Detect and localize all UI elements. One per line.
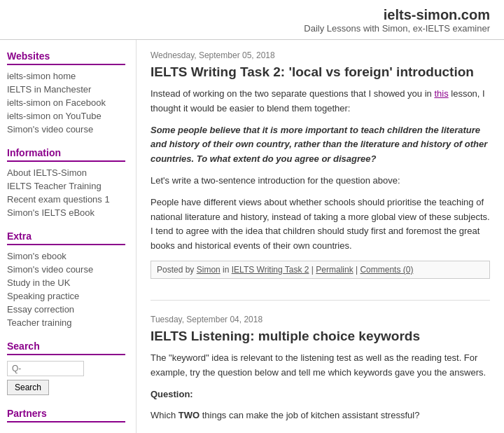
post1-intro-link[interactable]: this bbox=[434, 88, 448, 99]
sidebar-section-extra: Extra Simon's ebook Simon's video course… bbox=[7, 231, 125, 328]
sidebar-section-information: Information About IELTS-Simon IELTS Teac… bbox=[7, 147, 125, 218]
post2-choices: A They have to follow orders immediately… bbox=[150, 430, 490, 433]
sidebar-section-websites: Websites ielts-simon home IELTS in Manch… bbox=[7, 50, 125, 135]
sidebar-link-about[interactable]: About IELTS-Simon bbox=[7, 167, 125, 178]
post1-footer-in: in bbox=[223, 265, 232, 275]
post1-footer-comments[interactable]: Comments (0) bbox=[360, 265, 413, 275]
sidebar-link-youtube[interactable]: ielts-simon on YouTube bbox=[7, 111, 125, 121]
search-input[interactable] bbox=[7, 361, 84, 376]
sidebar-link-essay-correction[interactable]: Essay correction bbox=[7, 304, 125, 315]
post1-footer-author[interactable]: Simon bbox=[197, 265, 220, 275]
post1-footer-posted: Posted by bbox=[157, 265, 194, 275]
sidebar-link-ebook[interactable]: Simon's IELTS eBook bbox=[7, 207, 125, 218]
sidebar-link-ielts-simon-home[interactable]: ielts-simon home bbox=[7, 71, 125, 81]
post1-footer: Posted by Simon in IELTS Writing Task 2 … bbox=[150, 261, 490, 279]
post2-body: The "keyword" idea is relevant to the li… bbox=[150, 351, 490, 433]
post-listening: Tuesday, September 04, 2018 IELTS Listen… bbox=[150, 315, 490, 433]
sidebar: Websites ielts-simon home IELTS in Manch… bbox=[0, 40, 136, 433]
post1-title: IELTS Writing Task 2: 'local vs foreign'… bbox=[150, 64, 490, 80]
sidebar-link-simons-ebook[interactable]: Simon's ebook bbox=[7, 251, 125, 261]
choice-a-text: They have to follow orders immediately bbox=[164, 430, 322, 433]
choice-a: A They have to follow orders immediately bbox=[150, 430, 490, 433]
sidebar-section-title-information: Information bbox=[7, 147, 125, 162]
post1-body2: People have different views about whethe… bbox=[150, 195, 490, 254]
sidebar-section-search: Search Search bbox=[7, 341, 125, 395]
post1-footer-category[interactable]: IELTS Writing Task 2 bbox=[232, 265, 309, 275]
sidebar-link-teacher-training-extra[interactable]: Teacher training bbox=[7, 317, 125, 328]
post1-body1: Let's write a two-sentence introduction … bbox=[150, 174, 490, 188]
main-content: Wednesday, September 05, 2018 IELTS Writ… bbox=[136, 40, 504, 433]
post2-body1: The "keyword" idea is relevant to the li… bbox=[150, 351, 490, 380]
sidebar-link-video-course[interactable]: Simon's video course bbox=[7, 124, 125, 135]
sidebar-link-simons-video-course[interactable]: Simon's video course bbox=[7, 264, 125, 275]
site-tagline: Daily Lessons with Simon, ex-IELTS exami… bbox=[14, 23, 490, 34]
sidebar-section-title-search: Search bbox=[7, 341, 125, 355]
search-button[interactable]: Search bbox=[7, 380, 49, 395]
sidebar-link-exam-questions[interactable]: Recent exam questions 1 bbox=[7, 194, 125, 205]
sidebar-section-title-extra: Extra bbox=[7, 231, 125, 245]
post2-question-label: Question: bbox=[150, 387, 490, 402]
post1-footer-permalink[interactable]: Permalink bbox=[316, 265, 353, 275]
post1-quote: Some people believe that it is more impo… bbox=[150, 123, 490, 167]
post-writing-task2: Wednesday, September 05, 2018 IELTS Writ… bbox=[150, 50, 490, 279]
sidebar-section-title-websites: Websites bbox=[7, 50, 125, 65]
post1-date: Wednesday, September 05, 2018 bbox=[150, 50, 490, 60]
sidebar-section-title-partners: Partners bbox=[7, 408, 125, 422]
site-title: ielts-simon.com bbox=[14, 7, 490, 23]
post2-title: IELTS Listening: multiple choice keyword… bbox=[150, 329, 490, 344]
sidebar-link-study-uk[interactable]: Study in the UK bbox=[7, 277, 125, 288]
post1-body: Instead of working on the two separate q… bbox=[150, 87, 490, 254]
sidebar-link-facebook[interactable]: ielts-simon on Facebook bbox=[7, 97, 125, 108]
post2-date: Tuesday, September 04, 2018 bbox=[150, 315, 490, 324]
post-divider bbox=[150, 300, 490, 301]
sidebar-link-teacher-training[interactable]: IELTS Teacher Training bbox=[7, 181, 125, 191]
sidebar-section-partners: Partners bbox=[7, 408, 125, 422]
choice-a-letter: A bbox=[150, 430, 160, 433]
post2-question-text: Which TWO things can make the job of kit… bbox=[150, 408, 490, 423]
post1-intro: Instead of working on the two separate q… bbox=[150, 87, 490, 116]
sidebar-link-ielts-manchester[interactable]: IELTS in Manchester bbox=[7, 84, 125, 95]
sidebar-link-speaking-practice[interactable]: Speaking practice bbox=[7, 291, 125, 301]
